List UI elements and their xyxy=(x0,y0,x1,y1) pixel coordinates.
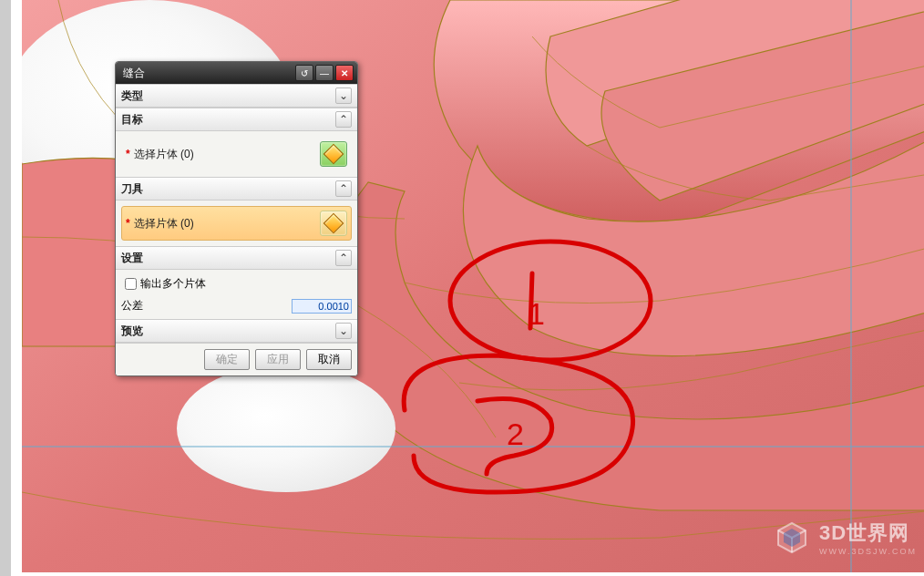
annotation-2: 2 xyxy=(507,417,524,451)
watermark: 3D世界网 WWW.3DSJW.COM xyxy=(774,519,917,556)
watermark-title: 3D世界网 xyxy=(819,519,917,547)
tolerance-row: 公差 xyxy=(121,298,352,314)
chevron-up-icon[interactable]: ⌃ xyxy=(335,180,352,197)
dialog-title: 缝合 xyxy=(123,66,293,81)
sheet-body-icon xyxy=(323,213,344,234)
close-button[interactable]: ✕ xyxy=(335,65,354,81)
output-multiple-label: 输出多个片体 xyxy=(140,276,206,292)
dialog-titlebar[interactable]: 缝合 ↺ — ✕ xyxy=(116,62,357,84)
section-settings-body: 输出多个片体 公差 xyxy=(116,270,357,319)
ok-button[interactable]: 确定 xyxy=(204,349,250,370)
svg-point-2 xyxy=(177,365,395,492)
chevron-up-icon[interactable]: ⌃ xyxy=(335,250,352,266)
minimize-button[interactable]: — xyxy=(315,65,334,81)
section-type-label: 类型 xyxy=(121,88,335,104)
tolerance-input[interactable] xyxy=(292,299,352,314)
section-tool-body: * 选择片体 (0) xyxy=(116,201,357,246)
chevron-down-icon[interactable]: ⌄ xyxy=(335,323,352,339)
section-type-header[interactable]: 类型 ⌄ xyxy=(116,84,357,108)
section-tool-label: 刀具 xyxy=(121,181,335,197)
tool-select-label: 选择片体 (0) xyxy=(134,216,320,231)
section-preview-header[interactable]: 预览 ⌄ xyxy=(116,319,357,343)
required-asterisk-icon: * xyxy=(126,217,130,230)
apply-button[interactable]: 应用 xyxy=(255,349,301,370)
chevron-down-icon[interactable]: ⌄ xyxy=(335,87,352,104)
watermark-url: WWW.3DSJW.COM xyxy=(819,547,917,556)
section-settings-header[interactable]: 设置 ⌃ xyxy=(116,246,357,270)
section-target-body: * 选择片体 (0) xyxy=(116,131,357,177)
section-preview-label: 预览 xyxy=(121,324,335,339)
cancel-button[interactable]: 取消 xyxy=(306,349,352,370)
section-target-header[interactable]: 目标 ⌃ xyxy=(116,108,357,131)
target-select-icon-button[interactable] xyxy=(320,141,347,167)
annotation-1: 1 xyxy=(528,296,545,331)
section-target-label: 目标 xyxy=(121,112,335,128)
sew-dialog: 缝合 ↺ — ✕ 类型 ⌄ 目标 ⌃ * 选择片体 (0) 刀具 ⌃ xyxy=(115,61,358,376)
target-select-label: 选择片体 (0) xyxy=(134,147,320,162)
tool-select-row[interactable]: * 选择片体 (0) xyxy=(121,206,352,241)
tolerance-label: 公差 xyxy=(121,298,292,314)
sheet-body-icon xyxy=(323,144,344,165)
section-tool-header[interactable]: 刀具 ⌃ xyxy=(116,177,357,201)
tool-select-icon-button[interactable] xyxy=(320,211,347,236)
dialog-footer: 确定 应用 取消 xyxy=(116,343,357,375)
output-multiple-checkbox[interactable] xyxy=(125,278,137,290)
target-select-row[interactable]: * 选择片体 (0) xyxy=(121,137,352,171)
required-asterisk-icon: * xyxy=(126,148,130,160)
output-multiple-row: 输出多个片体 xyxy=(121,275,352,293)
app-canvas: 1 2 3D世界网 WWW.3DSJW.COM xyxy=(0,0,924,576)
watermark-logo xyxy=(774,519,810,556)
reset-button[interactable]: ↺ xyxy=(295,65,313,81)
chevron-up-icon[interactable]: ⌃ xyxy=(335,111,352,128)
section-settings-label: 设置 xyxy=(121,251,335,266)
